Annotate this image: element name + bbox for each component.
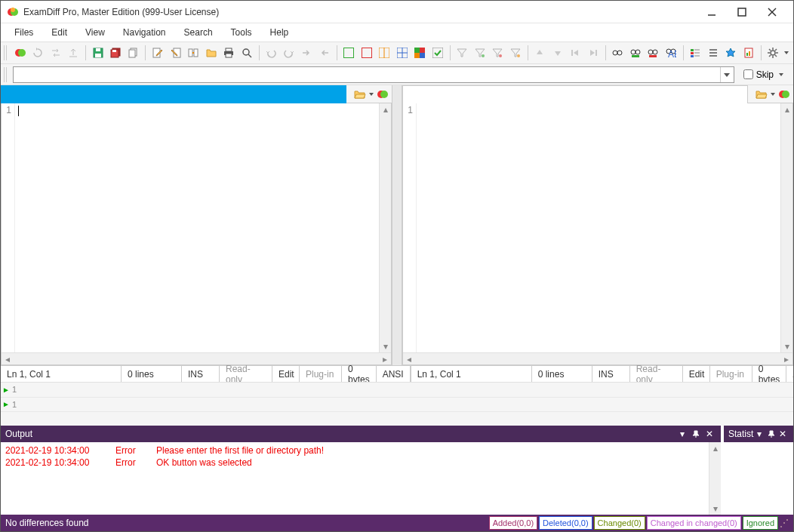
- right-pane-tab[interactable]: [402, 85, 748, 103]
- diff-map[interactable]: ►1 ►1: [1, 382, 793, 412]
- svg-rect-34: [420, 53, 425, 58]
- undo-icon[interactable]: [263, 45, 279, 61]
- find-all-icon[interactable]: AB: [663, 45, 679, 61]
- print-icon[interactable]: [220, 45, 237, 61]
- settings-icon[interactable]: [765, 45, 782, 61]
- view-color-icon[interactable]: [412, 45, 429, 61]
- check-icon[interactable]: [429, 45, 446, 61]
- left-open-folder-icon[interactable]: [354, 88, 366, 100]
- export-icon[interactable]: [65, 45, 82, 61]
- left-content[interactable]: [15, 103, 379, 352]
- menu-search[interactable]: Search: [175, 25, 222, 40]
- nav-down-icon[interactable]: [549, 45, 566, 61]
- redo-icon[interactable]: [281, 45, 297, 61]
- left-pane-tab[interactable]: [1, 85, 346, 103]
- right-enc[interactable]: ANSI: [786, 366, 794, 382]
- main-toolbar: AB: [1, 42, 793, 64]
- right-ins[interactable]: INS: [592, 366, 630, 382]
- report-icon[interactable]: [740, 45, 757, 61]
- view-grid-icon[interactable]: [394, 45, 411, 61]
- refresh-icon[interactable]: [29, 45, 46, 61]
- find-icon[interactable]: [610, 45, 626, 61]
- nav-last-icon[interactable]: [585, 45, 602, 61]
- menu-edit[interactable]: Edit: [42, 25, 76, 40]
- find-next-icon[interactable]: [627, 45, 644, 61]
- view-side-icon[interactable]: [341, 45, 358, 61]
- edit-left-icon[interactable]: [149, 45, 166, 61]
- zoom-icon[interactable]: [239, 45, 255, 61]
- nav-first-icon[interactable]: [568, 45, 584, 61]
- menu-navigation[interactable]: Navigation: [114, 25, 175, 40]
- right-open-folder-icon[interactable]: [756, 88, 768, 100]
- status-added[interactable]: Added(0,0): [489, 516, 537, 530]
- minimize-button[interactable]: [697, 2, 727, 22]
- left-folder-dd-icon[interactable]: [368, 91, 375, 97]
- svg-rect-11: [95, 54, 101, 57]
- options-icon[interactable]: [688, 45, 704, 61]
- filter3-icon[interactable]: [490, 45, 506, 61]
- right-compare-icon[interactable]: [778, 88, 790, 100]
- next-diff-icon[interactable]: [299, 45, 315, 61]
- status-changed-in-changed[interactable]: Changed in changed(0): [647, 516, 741, 530]
- stat-close-icon[interactable]: ✕: [777, 427, 789, 441]
- settings-dropdown-icon[interactable]: [783, 50, 790, 56]
- status-deleted[interactable]: Deleted(0,0): [539, 516, 592, 530]
- nav-up-icon[interactable]: [532, 45, 549, 61]
- output-dropdown-icon[interactable]: ▾: [676, 427, 689, 441]
- path-combo-dropdown-icon[interactable]: [720, 67, 734, 82]
- status-ignored[interactable]: Ignored: [743, 516, 778, 530]
- folder-compare-icon[interactable]: [203, 45, 220, 61]
- pathbar-grip[interactable]: [4, 67, 8, 82]
- left-vscroll[interactable]: ▴▾: [379, 103, 391, 352]
- svg-point-42: [617, 51, 622, 55]
- filter2-icon[interactable]: [472, 45, 488, 61]
- left-lines: 0 lines: [122, 366, 182, 382]
- compare-icon[interactable]: [12, 45, 29, 61]
- align-icon[interactable]: [705, 45, 722, 61]
- filter1-icon[interactable]: [454, 45, 471, 61]
- left-enc[interactable]: ANSI: [377, 366, 410, 382]
- right-folder-dd-icon[interactable]: [769, 91, 777, 97]
- save-all-icon[interactable]: [107, 45, 124, 61]
- right-vscroll[interactable]: ▴▾: [780, 103, 792, 352]
- left-compare-icon[interactable]: [377, 88, 389, 100]
- left-edit[interactable]: Edit: [272, 366, 300, 382]
- view-split-icon[interactable]: [377, 45, 393, 61]
- filter4-icon[interactable]: [507, 45, 524, 61]
- right-content[interactable]: [417, 103, 780, 352]
- skip-dropdown-icon[interactable]: [777, 72, 786, 78]
- path-combo[interactable]: [13, 66, 734, 83]
- right-hscroll[interactable]: ◂▸: [403, 352, 792, 364]
- close-button[interactable]: [757, 2, 787, 22]
- out-ts-1: 2021-02-19 10:34:00: [5, 457, 102, 468]
- status-changed[interactable]: Changed(0): [594, 516, 645, 530]
- output-vscroll[interactable]: ▴▾: [709, 442, 721, 515]
- left-ins[interactable]: INS: [182, 366, 220, 382]
- vertical-splitter[interactable]: [392, 103, 402, 365]
- find-prev-icon[interactable]: [645, 45, 662, 61]
- plugin-icon[interactable]: [723, 45, 740, 61]
- stat-pin-icon[interactable]: [765, 427, 777, 441]
- swap-icon[interactable]: [48, 45, 64, 61]
- output-pin-icon[interactable]: [689, 427, 703, 441]
- stat-dropdown-icon[interactable]: ▾: [753, 427, 765, 441]
- resize-grip-icon[interactable]: ⋰: [778, 518, 789, 528]
- menu-tools[interactable]: Tools: [222, 25, 261, 40]
- maximize-button[interactable]: [727, 2, 757, 22]
- left-hscroll[interactable]: ◂▸: [2, 352, 391, 364]
- merge-icon[interactable]: [185, 45, 202, 61]
- output-close-icon[interactable]: ✕: [703, 427, 716, 441]
- menu-files[interactable]: Files: [5, 25, 42, 40]
- out-ts-0: 2021-02-19 10:34:00: [5, 445, 102, 456]
- copy-icon[interactable]: [125, 45, 142, 61]
- toolbar-grip[interactable]: [4, 45, 8, 60]
- edit-right-icon[interactable]: [168, 45, 184, 61]
- view-single-icon[interactable]: [359, 45, 375, 61]
- save-icon[interactable]: [90, 45, 106, 61]
- skip-checkbox[interactable]: [743, 69, 753, 79]
- menu-view[interactable]: View: [76, 25, 114, 40]
- right-edit[interactable]: Edit: [683, 366, 710, 382]
- prev-diff-icon[interactable]: [316, 45, 333, 61]
- menu-help[interactable]: Help: [261, 25, 298, 40]
- right-pos: Ln 1, Col 1: [411, 366, 532, 382]
